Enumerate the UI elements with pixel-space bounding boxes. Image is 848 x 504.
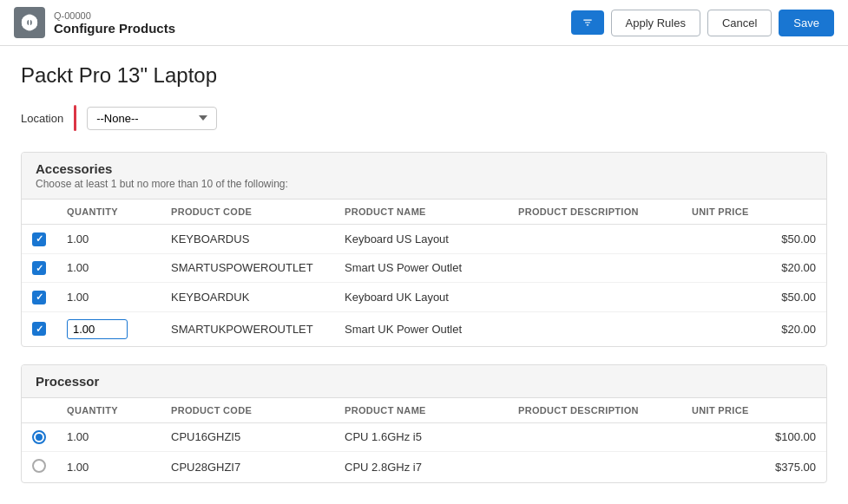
checkbox-checked[interactable] [32,261,46,275]
header-left: Q-00000 Configure Products [14,7,571,38]
processor-title: Processor [36,374,812,389]
quantity-text: 1.00 [67,291,89,304]
accessories-title: Accessories [36,161,812,176]
radio-selected[interactable] [32,430,46,444]
accessories-subtitle: Choose at least 1 but no more than 10 of… [36,178,812,190]
header-title-group: Q-00000 Configure Products [54,10,175,36]
processor-row: 1.00CPU28GHZI7CPU 2.8GHz i7$375.00 [22,451,826,482]
processor-table: QUANTITY PRODUCT CODE PRODUCT NAME PRODU… [22,398,826,482]
unit-price: $50.00 [681,283,826,312]
product-name: Keyboard UK Layout [334,283,508,312]
checkbox-checked[interactable] [32,322,46,336]
doc-number: Q-00000 [54,10,175,21]
processor-row: 1.00CPU16GHZI5CPU 1.6GHz i5$100.00 [22,422,826,451]
location-required-indicator [74,105,76,131]
product-description [508,283,681,312]
quantity-text: 1.00 [67,232,89,245]
processor-code: CPU28GHZI7 [161,451,334,482]
location-label: Location [21,112,63,125]
accessories-row: 1.00SMARTUSPOWEROUTLETSmart US Power Out… [22,253,826,283]
product-description [508,253,681,283]
th-checkbox [22,200,56,225]
product-code: KEYBOARDUK [161,283,334,312]
processor-description [508,451,681,482]
unit-price: $50.00 [681,225,826,254]
processor-code: CPU16GHZI5 [161,422,334,451]
cancel-button[interactable]: Cancel [707,10,772,36]
accessories-row: 1.00KEYBOARDUKKeyboard UK Layout$50.00 [22,283,826,312]
page-header-title: Configure Products [54,21,175,36]
header: Q-00000 Configure Products Apply Rules C… [0,0,848,46]
product-description [508,225,681,254]
accessories-quantity-cell: 1.00 [56,253,161,283]
accessories-row: SMARTUKPOWEROUTLETSmart UK Power Outlet$… [22,311,826,346]
th-price: UNIT PRICE [681,200,826,225]
radio-unselected[interactable] [32,459,46,473]
product-name: Smart UK Power Outlet [334,311,508,346]
processor-name: CPU 1.6GHz i5 [334,422,508,451]
product-code: SMARTUSPOWEROUTLET [161,253,334,283]
accessories-header: Accessories Choose at least 1 but no mor… [22,153,826,200]
header-actions: Apply Rules Cancel Save [571,10,834,36]
processor-name: CPU 2.8GHz i7 [334,451,508,482]
accessories-row: 1.00KEYBOARDUSKeyboard US Layout$50.00 [22,225,826,254]
location-select[interactable]: --None-- [87,107,217,130]
accessories-quantity-cell [56,311,161,346]
accessories-checkbox-cell [22,283,56,312]
quantity-text: 1.00 [67,261,89,274]
product-name: Smart US Power Outlet [334,253,508,283]
processor-header: Processor [22,365,826,398]
checkbox-checked[interactable] [32,291,46,304]
th-code: PRODUCT CODE [161,200,334,225]
product-name: Keyboard US Layout [334,225,508,254]
quantity-input[interactable] [67,319,128,339]
th-name-proc: PRODUCT NAME [334,398,508,423]
th-code-proc: PRODUCT CODE [161,398,334,423]
processor-table-header-row: QUANTITY PRODUCT CODE PRODUCT NAME PRODU… [22,398,826,423]
th-price-proc: UNIT PRICE [681,398,826,423]
processor-quantity: 1.00 [56,451,161,482]
page-title: Packt Pro 13" Laptop [21,63,827,88]
processor-description [508,422,681,451]
th-radio [22,398,56,423]
product-code: KEYBOARDUS [161,225,334,254]
unit-price: $20.00 [681,311,826,346]
th-description-proc: PRODUCT DESCRIPTION [508,398,681,423]
processor-price: $375.00 [681,451,826,482]
filter-button[interactable] [571,10,604,35]
app-icon [14,7,45,38]
processor-radio-cell [22,422,56,451]
processor-radio-cell [22,451,56,482]
checkbox-checked[interactable] [32,232,46,246]
unit-price: $20.00 [681,253,826,283]
th-quantity: QUANTITY [56,200,161,225]
processor-quantity: 1.00 [56,422,161,451]
apply-rules-button[interactable]: Apply Rules [611,10,700,36]
processor-price: $100.00 [681,422,826,451]
processor-section: Processor QUANTITY PRODUCT CODE PRODUCT … [21,364,827,483]
content-area: Packt Pro 13" Laptop Location --None-- A… [0,46,848,504]
th-quantity-proc: QUANTITY [56,398,161,423]
product-code: SMARTUKPOWEROUTLET [161,311,334,346]
product-description [508,311,681,346]
accessories-section: Accessories Choose at least 1 but no mor… [21,152,827,347]
th-description: PRODUCT DESCRIPTION [508,200,681,225]
accessories-quantity-cell: 1.00 [56,283,161,312]
accessories-table-header-row: QUANTITY PRODUCT CODE PRODUCT NAME PRODU… [22,200,826,225]
save-button[interactable]: Save [779,10,834,36]
accessories-checkbox-cell [22,311,56,346]
accessories-table: QUANTITY PRODUCT CODE PRODUCT NAME PRODU… [22,200,826,346]
accessories-quantity-cell: 1.00 [56,225,161,254]
accessories-checkbox-cell [22,253,56,283]
location-row: Location --None-- [21,105,827,131]
accessories-checkbox-cell [22,225,56,254]
th-name: PRODUCT NAME [334,200,508,225]
